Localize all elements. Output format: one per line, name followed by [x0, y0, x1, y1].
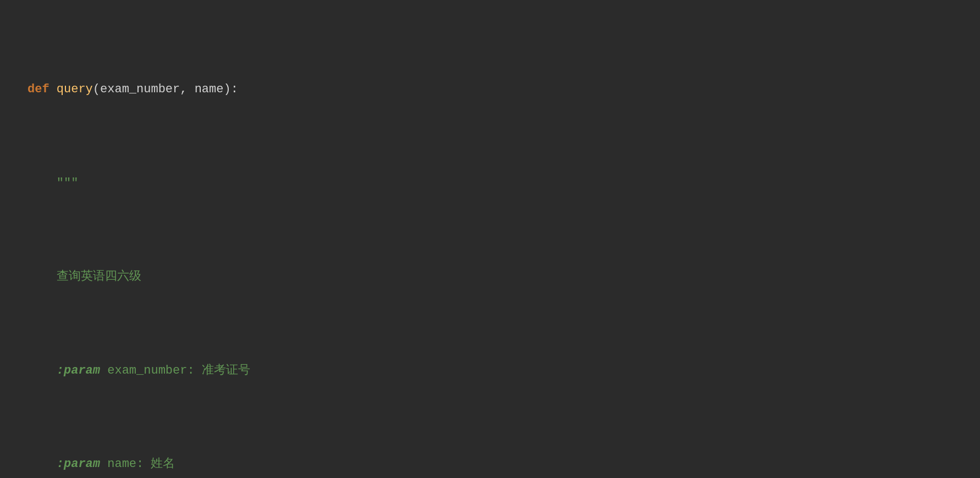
code-editor: def query(exam_number, name): """ 查询英语四六… [0, 0, 980, 478]
code-line-5: :param name: 姓名 [0, 455, 980, 474]
line-content-4: :param exam_number: 准考证号 [27, 362, 980, 380]
line-content-2: """ [27, 174, 980, 193]
code-line-4: :param exam_number: 准考证号 [0, 362, 980, 380]
code-line-2: """ [0, 174, 980, 193]
line-content-1: def query(exam_number, name): [27, 80, 980, 99]
line-content-5: :param name: 姓名 [27, 455, 980, 474]
code-line-3: 查询英语四六级 [0, 268, 980, 286]
line-content-3: 查询英语四六级 [27, 268, 980, 286]
code-line-1: def query(exam_number, name): [0, 80, 980, 99]
